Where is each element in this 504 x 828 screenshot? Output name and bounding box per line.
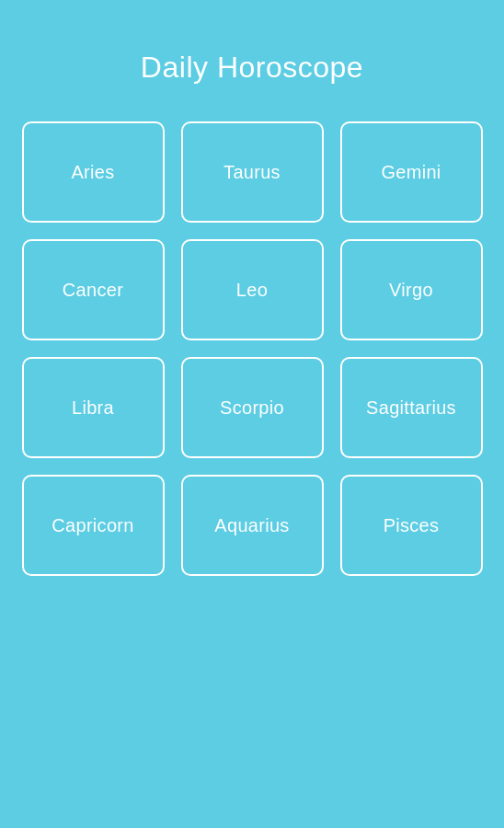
zodiac-button-taurus[interactable]: Taurus: [181, 121, 324, 223]
zodiac-button-sagittarius[interactable]: Sagittarius: [340, 357, 483, 458]
zodiac-button-leo[interactable]: Leo: [181, 239, 324, 340]
zodiac-button-libra[interactable]: Libra: [22, 357, 165, 458]
zodiac-button-cancer[interactable]: Cancer: [22, 239, 165, 340]
zodiac-button-aquarius[interactable]: Aquarius: [181, 475, 324, 576]
zodiac-button-gemini[interactable]: Gemini: [340, 121, 483, 223]
zodiac-button-capricorn[interactable]: Capricorn: [22, 475, 165, 576]
zodiac-button-pisces[interactable]: Pisces: [340, 475, 483, 576]
zodiac-button-aries[interactable]: Aries: [22, 121, 165, 223]
zodiac-grid: AriesTaurusGeminiCancerLeoVirgoLibraScor…: [4, 121, 501, 576]
zodiac-button-scorpio[interactable]: Scorpio: [181, 357, 324, 458]
zodiac-button-virgo[interactable]: Virgo: [340, 239, 483, 340]
page-title: Daily Horoscope: [141, 51, 363, 85]
